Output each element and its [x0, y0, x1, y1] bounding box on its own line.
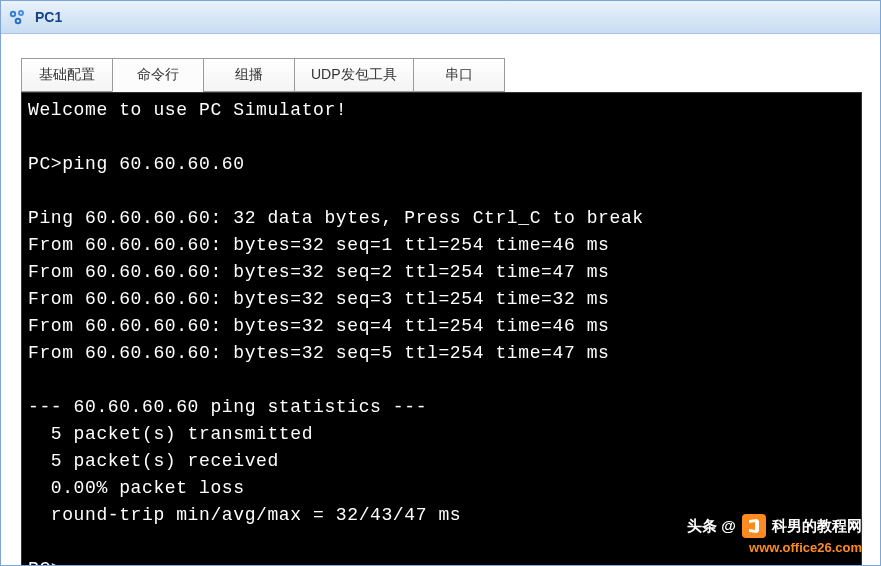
tab-bar: 基础配置 命令行 组播 UDP发包工具 串口 [21, 52, 862, 92]
app-icon [9, 8, 27, 26]
tab-label: UDP发包工具 [311, 66, 397, 84]
terminal-panel: Welcome to use PC Simulator! PC>ping 60.… [21, 92, 862, 566]
tab-label: 命令行 [137, 66, 179, 84]
tab-basic-config[interactable]: 基础配置 [21, 58, 113, 92]
svg-point-1 [12, 13, 14, 15]
tab-label: 串口 [445, 66, 473, 84]
client-area: 基础配置 命令行 组播 UDP发包工具 串口 Welcome to use PC… [1, 34, 880, 566]
app-window: PC1 基础配置 命令行 组播 UDP发包工具 串口 Welcome to us… [0, 0, 881, 566]
window-title: PC1 [35, 9, 62, 25]
svg-point-5 [17, 20, 20, 23]
svg-point-3 [20, 12, 22, 14]
tab-cli[interactable]: 命令行 [112, 58, 204, 92]
tab-multicast[interactable]: 组播 [203, 58, 295, 92]
tab-serial[interactable]: 串口 [413, 58, 505, 92]
tab-label: 基础配置 [39, 66, 95, 84]
title-bar[interactable]: PC1 [1, 1, 880, 34]
tab-udp-tool[interactable]: UDP发包工具 [294, 58, 414, 92]
tab-label: 组播 [235, 66, 263, 84]
terminal-output[interactable]: Welcome to use PC Simulator! PC>ping 60.… [22, 93, 861, 566]
